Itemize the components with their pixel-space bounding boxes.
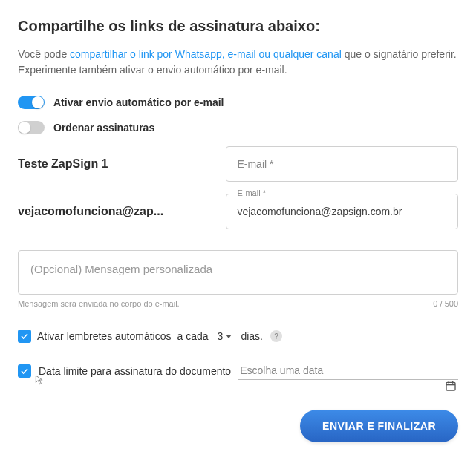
email-float-label: E-mail * bbox=[234, 189, 269, 197]
toggle-knob bbox=[32, 96, 44, 108]
toggle-knob bbox=[19, 122, 30, 134]
submit-row: ENVIAR E FINALIZAR bbox=[18, 410, 458, 442]
check-icon bbox=[20, 367, 29, 376]
toggle-order-signatures[interactable] bbox=[18, 121, 45, 134]
reminders-checkbox[interactable] bbox=[18, 330, 31, 343]
intro-share-link[interactable]: compartilhar o link por Whatsapp, e-mail… bbox=[70, 48, 342, 60]
signer-email-input[interactable]: E-mail * vejacomofunciona@zapsign.com.br bbox=[226, 194, 458, 229]
toggle-auto-email-row: Ativar envio automático por e-mail bbox=[18, 96, 458, 109]
toggle-auto-email[interactable] bbox=[18, 96, 45, 109]
svg-rect-0 bbox=[446, 382, 455, 390]
signer-list: Teste ZapSign 1 E-mail * vejacomofuncion… bbox=[18, 146, 458, 229]
toggle-order-label: Ordenar assinaturas bbox=[53, 122, 154, 134]
email-placeholder: E-mail * bbox=[237, 158, 273, 170]
submit-button[interactable]: ENVIAR E FINALIZAR bbox=[300, 410, 458, 442]
signer-name: vejacomofunciona@zap... bbox=[18, 205, 211, 218]
deadline-label: Data limite para assinatura do documento bbox=[39, 365, 231, 377]
reminders-row: Ativar lembretes automáticos a cada 3 di… bbox=[18, 329, 458, 344]
email-value: vejacomofunciona@zapsign.com.br bbox=[237, 206, 402, 217]
check-icon bbox=[20, 332, 29, 341]
chevron-down-icon bbox=[226, 335, 232, 338]
reminders-interval-value: 3 bbox=[218, 330, 224, 342]
message-textarea[interactable]: (Opcional) Mensagem personalizada bbox=[18, 250, 458, 295]
page-title: Compartilhe os links de assinatura abaix… bbox=[18, 18, 458, 35]
deadline-placeholder: Escolha uma data bbox=[240, 364, 323, 376]
message-hint: Mensagem será enviada no corpo do e-mail… bbox=[18, 299, 180, 308]
signer-name: Teste ZapSign 1 bbox=[18, 157, 211, 171]
message-counter: 0 / 500 bbox=[433, 299, 458, 308]
calendar-icon[interactable] bbox=[445, 380, 457, 392]
reminders-interval-select[interactable]: 3 bbox=[215, 329, 235, 344]
deadline-date-input[interactable]: Escolha uma data bbox=[238, 361, 458, 380]
reminders-unit: dias. bbox=[241, 330, 263, 342]
reminders-every: a cada bbox=[177, 330, 209, 342]
reminders-label: Ativar lembretes automáticos bbox=[37, 330, 172, 342]
info-icon[interactable]: ? bbox=[270, 330, 282, 342]
intro-text: Você pode compartilhar o link por Whatsa… bbox=[18, 47, 458, 78]
message-meta: Mensagem será enviada no corpo do e-mail… bbox=[18, 299, 458, 308]
message-placeholder: (Opcional) Mensagem personalizada bbox=[30, 263, 212, 275]
signer-email-input[interactable]: E-mail * bbox=[226, 146, 458, 182]
intro-prefix: Você pode bbox=[18, 48, 70, 60]
toggle-auto-email-label: Ativar envio automático por e-mail bbox=[53, 96, 224, 108]
deadline-row: Data limite para assinatura do documento… bbox=[18, 361, 458, 380]
deadline-checkbox[interactable] bbox=[18, 364, 31, 378]
toggle-order-row: Ordenar assinaturas bbox=[18, 121, 458, 134]
